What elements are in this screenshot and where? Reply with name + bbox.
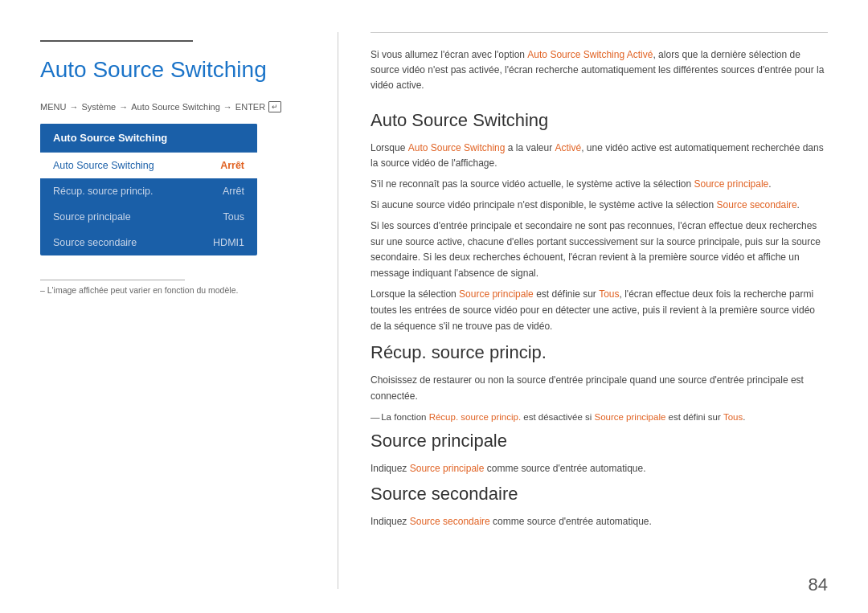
hl-source-principale-1: Source principale [694, 178, 769, 190]
right-column: Si vous allumez l'écran avec l'option Au… [346, 32, 828, 589]
top-divider-right [371, 32, 828, 33]
menu-item-recup[interactable]: Récup. source princip. Arrêt [40, 178, 257, 204]
page-number: 84 [809, 574, 828, 595]
menu-path-enter: ENTER [235, 102, 265, 112]
menu-box: Auto Source Switching Auto Source Switch… [40, 124, 257, 255]
menu-item-source-secondaire-label: Source secondaire [53, 237, 137, 248]
footnote-divider [40, 280, 185, 280]
menu-item-auto-source-label: Auto Source Switching [53, 160, 154, 171]
section-note-recup: La fonction Récup. source princip. est d… [371, 410, 828, 424]
left-column: Auto Source Switching MENU → Système → A… [40, 32, 330, 589]
menu-item-source-principale-value: Tous [223, 211, 244, 223]
hl-source-principale-note: Source principale [594, 412, 665, 422]
menu-box-title: Auto Source Switching [40, 124, 257, 153]
hl-recup-note: Récup. source princip. [429, 412, 521, 422]
hl-tous-note: Tous [723, 412, 743, 422]
hl-tous-1: Tous [599, 288, 619, 300]
menu-path-menu: MENU [40, 102, 66, 112]
hl-source-secondaire-1: Source secondaire [717, 199, 797, 210]
section-title-recup: Récup. source princip. [371, 342, 828, 363]
menu-item-auto-source[interactable]: Auto Source Switching Arrêt [40, 153, 257, 178]
menu-item-source-secondaire-value: HDMI1 [213, 237, 244, 248]
hl-source-secondaire-body: Source secondaire [410, 516, 490, 527]
page-title: Auto Source Switching [40, 56, 297, 84]
footnote: – L'image affichée peut varier en foncti… [40, 285, 297, 295]
section-text-auto-4: Si les sources d'entrée principale et se… [371, 219, 828, 282]
arrow-3: → [223, 102, 232, 112]
menu-item-source-principale[interactable]: Source principale Tous [40, 204, 257, 230]
intro-text: Si vous allumez l'écran avec l'option Au… [371, 47, 828, 94]
hl-auto-source: Auto Source Switching [408, 142, 506, 153]
section-text-auto-1: Lorsque Auto Source Switching a la valeu… [371, 141, 828, 173]
menu-item-recup-value: Arrêt [223, 186, 244, 197]
section-title-source-principale: Source principale [371, 431, 828, 452]
menu-item-source-secondaire[interactable]: Source secondaire HDMI1 [40, 230, 257, 255]
section-text-auto-3: Si aucune source vidéo principale n'est … [371, 198, 828, 214]
arrow-1: → [69, 102, 78, 112]
highlight-auto-source-switching: Auto Source Switching Activé [527, 49, 653, 60]
arrow-2: → [119, 102, 128, 112]
vertical-divider [338, 32, 338, 589]
section-title-source-secondaire: Source secondaire [371, 484, 828, 505]
section-text-auto-5: Lorsque la sélection Source principale e… [371, 287, 828, 334]
menu-item-source-principale-label: Source principale [53, 211, 131, 223]
menu-path-systeme: Système [81, 102, 116, 112]
hl-active-1: Activé [555, 142, 581, 153]
menu-path-auto: Auto Source Switching [131, 102, 220, 112]
section-text-auto-2: S'il ne reconnaît pas la source vidéo ac… [371, 177, 828, 193]
enter-icon: ↵ [268, 101, 281, 112]
top-divider-left [40, 40, 193, 42]
menu-item-auto-source-value: Arrêt [220, 160, 244, 171]
hl-source-principale-body: Source principale [410, 463, 485, 474]
section-title-auto-source: Auto Source Switching [371, 110, 828, 131]
hl-source-principale-2: Source principale [459, 288, 534, 300]
section-text-source-secondaire: Indiquez Source secondaire comme source … [371, 514, 828, 530]
menu-item-recup-label: Récup. source princip. [53, 186, 153, 197]
section-text-source-principale: Indiquez Source principale comme source … [371, 461, 828, 477]
section-text-recup-1: Choisissez de restaurer ou non la source… [371, 373, 828, 405]
menu-path: MENU → Système → Auto Source Switching →… [40, 101, 297, 112]
